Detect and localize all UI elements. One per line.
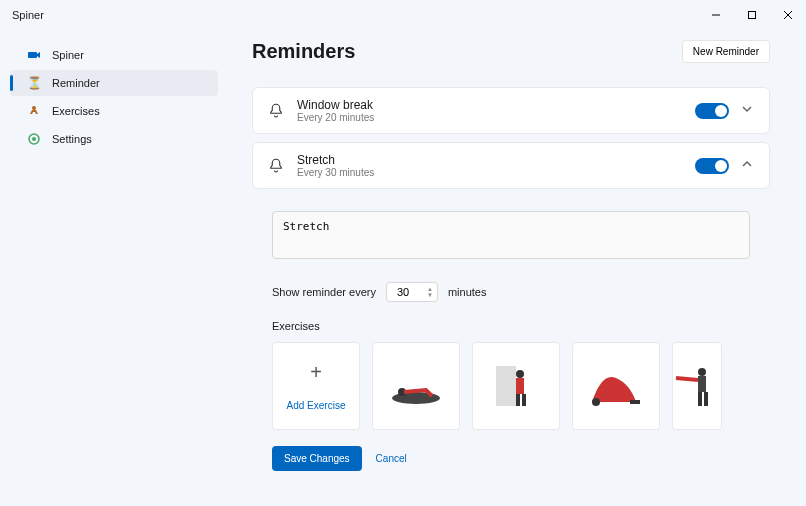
exercise-thumbnail-icon — [582, 362, 650, 410]
new-reminder-button[interactable]: New Reminder — [682, 40, 770, 63]
svg-rect-1 — [749, 12, 756, 19]
svg-rect-13 — [516, 394, 520, 406]
sidebar-item-reminder[interactable]: ⏳ Reminder — [10, 70, 218, 96]
bell-icon — [267, 102, 285, 120]
maximize-button[interactable] — [734, 0, 770, 30]
plus-icon: + — [310, 361, 322, 384]
close-button[interactable] — [770, 0, 806, 30]
reminder-title: Stretch — [297, 153, 683, 167]
hourglass-icon: ⏳ — [26, 75, 42, 91]
svg-point-7 — [32, 137, 36, 141]
interval-stepper[interactable]: ▲▼ — [386, 282, 438, 302]
add-exercise-label: Add Exercise — [287, 400, 346, 411]
reminder-name-input[interactable] — [272, 211, 750, 259]
svg-line-19 — [676, 378, 698, 380]
exercise-list: + Add Exercise — [272, 342, 750, 430]
page-title: Reminders — [252, 40, 355, 63]
interval-label-pre: Show reminder every — [272, 286, 376, 298]
reminder-header[interactable]: Window break Every 20 minutes — [253, 88, 769, 133]
svg-rect-4 — [28, 52, 37, 58]
exercise-thumbnail-icon — [482, 362, 550, 410]
exercise-card[interactable] — [572, 342, 660, 430]
reminder-toggle[interactable] — [695, 158, 729, 174]
svg-point-11 — [516, 370, 524, 378]
svg-rect-12 — [516, 378, 524, 394]
main-content: Reminders New Reminder Window break Ever… — [228, 30, 806, 506]
svg-rect-18 — [698, 376, 706, 392]
exercise-icon — [26, 103, 42, 119]
exercises-label: Exercises — [272, 320, 750, 332]
svg-rect-10 — [496, 366, 516, 406]
svg-rect-14 — [522, 394, 526, 406]
svg-point-5 — [32, 106, 36, 110]
interval-label-post: minutes — [448, 286, 487, 298]
sidebar: Spiner ⏳ Reminder Exercises Settings — [0, 30, 228, 506]
sidebar-item-label: Reminder — [52, 77, 100, 89]
svg-rect-20 — [698, 392, 702, 406]
exercise-card[interactable] — [372, 342, 460, 430]
sidebar-item-label: Settings — [52, 133, 92, 145]
app-title: Spiner — [12, 9, 44, 21]
interval-value[interactable] — [397, 286, 417, 298]
reminder-card: Stretch Every 30 minutes — [252, 142, 770, 189]
minimize-button[interactable] — [698, 0, 734, 30]
svg-point-17 — [698, 368, 706, 376]
gear-icon — [26, 131, 42, 147]
sidebar-item-label: Exercises — [52, 105, 100, 117]
titlebar: Spiner — [0, 0, 806, 30]
camera-icon — [26, 47, 42, 63]
exercise-card[interactable] — [672, 342, 722, 430]
add-exercise-card[interactable]: + Add Exercise — [272, 342, 360, 430]
chevron-up-icon — [741, 158, 755, 173]
sidebar-item-label: Spiner — [52, 49, 84, 61]
exercise-thumbnail-icon — [382, 362, 450, 410]
reminder-header[interactable]: Stretch Every 30 minutes — [253, 143, 769, 188]
reminder-title: Window break — [297, 98, 683, 112]
cancel-button[interactable]: Cancel — [376, 446, 407, 471]
svg-rect-21 — [704, 392, 708, 406]
bell-icon — [267, 157, 285, 175]
reminder-editor: Show reminder every ▲▼ minutes Exercises… — [252, 197, 770, 475]
chevron-down-icon — [741, 103, 755, 118]
sidebar-item-spiner[interactable]: Spiner — [10, 42, 218, 68]
reminder-subtitle: Every 20 minutes — [297, 112, 683, 123]
stepper-arrows[interactable]: ▲▼ — [427, 286, 433, 298]
svg-point-15 — [592, 398, 600, 406]
save-button[interactable]: Save Changes — [272, 446, 362, 471]
exercise-card[interactable] — [472, 342, 560, 430]
reminder-toggle[interactable] — [695, 103, 729, 119]
window-controls — [698, 0, 806, 30]
exercise-thumbnail-icon — [663, 362, 731, 410]
reminder-subtitle: Every 30 minutes — [297, 167, 683, 178]
reminder-card: Window break Every 20 minutes — [252, 87, 770, 134]
sidebar-item-settings[interactable]: Settings — [10, 126, 218, 152]
sidebar-item-exercises[interactable]: Exercises — [10, 98, 218, 124]
